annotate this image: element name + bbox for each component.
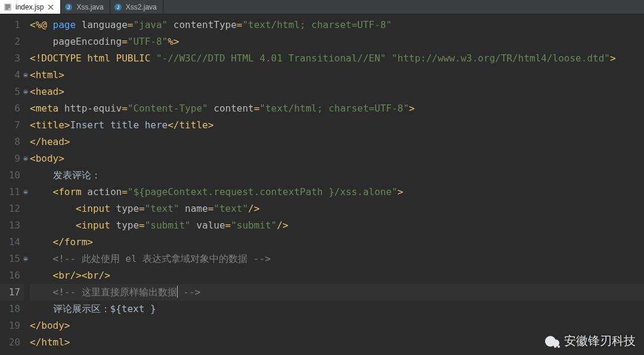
tab-label: Xss2.java (126, 3, 157, 11)
line-number: 19 (0, 317, 24, 334)
close-icon[interactable] (47, 4, 54, 11)
line-number: 14 (0, 234, 24, 251)
svg-rect-1 (5, 5, 10, 6)
code-line[interactable]: <!-- 这里直接原样输出数据 --> (30, 284, 644, 301)
line-number: 16 (0, 267, 24, 284)
line-number: 5 (0, 84, 24, 100)
line-number: 11 (0, 184, 24, 200)
tab-xss2-java[interactable]: J Xss2.java (110, 0, 163, 14)
code-line[interactable]: <head> (30, 84, 644, 100)
code-line[interactable]: 发表评论： (30, 167, 644, 184)
svg-text:J: J (116, 4, 119, 10)
tab-label: Xss.java (76, 3, 103, 11)
tab-xss-java[interactable]: J Xss.java (61, 0, 110, 14)
code-line[interactable]: <!DOCTYPE html PUBLIC "-//W3C//DTD HTML … (30, 50, 644, 67)
line-number: 12 (0, 200, 24, 217)
tab-bar: index.jsp J Xss.java J Xss2.java (0, 0, 644, 14)
svg-rect-3 (5, 8, 8, 10)
jsp-file-icon (4, 3, 12, 11)
code-line[interactable]: <meta http-equiv="Content-Type" content=… (30, 100, 644, 117)
line-number: 20 (0, 334, 24, 351)
tab-label: index.jsp (16, 3, 44, 11)
line-number: 1 (0, 17, 24, 33)
line-number: 13 (0, 217, 24, 234)
java-file-icon: J (64, 3, 73, 11)
watermark: 安徽锋刃科技 (545, 332, 636, 349)
line-number: 9 (0, 150, 24, 167)
code-editor[interactable]: 1234567891011121314151617181920 <%@ page… (0, 14, 644, 355)
line-number-gutter: 1234567891011121314151617181920 (0, 14, 25, 355)
code-line[interactable]: <title>Insert title here</title> (30, 117, 644, 134)
line-number: 3 (0, 50, 24, 67)
line-number: 15 (0, 251, 24, 267)
code-line[interactable]: <br/><br/> (30, 267, 644, 284)
wechat-icon (545, 335, 559, 347)
line-number: 2 (0, 33, 24, 50)
watermark-text: 安徽锋刃科技 (564, 332, 636, 349)
code-line[interactable]: </body> (30, 317, 644, 334)
code-line[interactable]: pageEncoding="UTF-8"%> (30, 33, 644, 50)
java-file-icon: J (114, 3, 122, 11)
line-number: 8 (0, 134, 24, 150)
line-number: 10 (0, 167, 24, 184)
code-area[interactable]: <%@ page language="java" contentType="te… (25, 14, 644, 355)
line-number: 18 (0, 301, 24, 317)
code-line[interactable]: 评论展示区：${text } (30, 301, 644, 317)
code-line[interactable]: </form> (30, 234, 644, 251)
code-line[interactable]: </head> (30, 134, 644, 150)
line-number: 4 (0, 67, 24, 84)
tab-index-jsp[interactable]: index.jsp (0, 0, 61, 14)
code-line[interactable]: <!-- 此处使用 el 表达式拿域对象中的数据 --> (30, 251, 644, 267)
svg-text:J: J (67, 4, 70, 10)
line-number: 6 (0, 100, 24, 117)
line-number: 17 (0, 284, 24, 301)
code-line[interactable]: <html> (30, 67, 644, 84)
line-number: 7 (0, 117, 24, 134)
code-line[interactable]: <%@ page language="java" contentType="te… (30, 17, 644, 33)
code-line[interactable]: <body> (30, 150, 644, 167)
code-line[interactable]: <input type="submit" value="submit"/> (30, 217, 644, 234)
code-line[interactable]: <input type="text" name="text"/> (30, 200, 644, 217)
svg-rect-2 (5, 7, 10, 8)
code-line[interactable]: <form action="${pageContext.request.cont… (30, 184, 644, 200)
